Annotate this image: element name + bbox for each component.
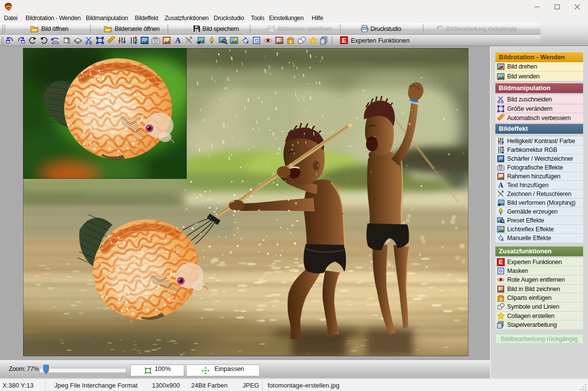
svg-text:A: A bbox=[498, 181, 504, 189]
svg-text:A: A bbox=[175, 36, 181, 45]
